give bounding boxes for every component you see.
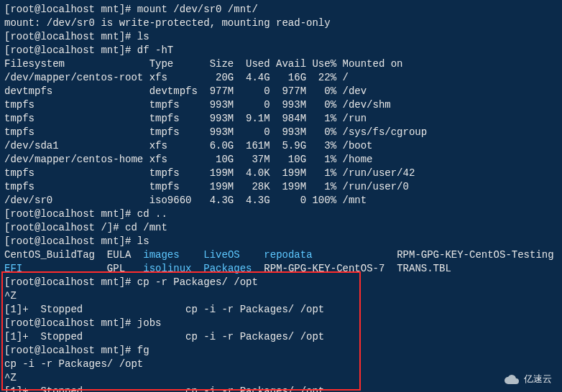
- term-line: [root@localhost mnt]# cp -r Packages/ /o…: [4, 276, 558, 289]
- term-line: [root@localhost mnt]# ls: [4, 235, 558, 248]
- term-line: [root@localhost mnt]# fg: [4, 344, 558, 358]
- df-row: tmpfs tmpfs 199M 28K 199M 1% /run/user/0: [4, 180, 558, 194]
- term-line: [root@localhost mnt]# jobs: [4, 317, 558, 330]
- term-line: [1]+ Stopped cp -i -r Packages/ /opt: [4, 330, 558, 344]
- cloud-icon: [504, 375, 520, 385]
- term-line: [root@localhost mnt]# mount /dev/sr0 /mn…: [4, 3, 558, 17]
- df-row: tmpfs tmpfs 993M 0 993M 0% /sys/fs/cgrou…: [4, 126, 558, 139]
- term-line: cp -i -r Packages/ /opt: [4, 358, 558, 371]
- dir-link: LiveOS: [203, 249, 239, 261]
- dir-link: EFI: [4, 263, 22, 274]
- dir-link: images: [143, 249, 179, 261]
- df-row: tmpfs tmpfs 993M 0 993M 0% /dev/shm: [4, 98, 558, 112]
- watermark: 亿速云: [504, 373, 552, 386]
- df-header: Filesystem Type Size Used Avail Use% Mou…: [4, 57, 558, 71]
- df-row: /dev/sr0 iso9660 4.3G 4.3G 0 100% /mnt: [4, 194, 558, 207]
- term-line: ^Z: [4, 371, 558, 385]
- df-row: tmpfs tmpfs 199M 4.0K 199M 1% /run/user/…: [4, 167, 558, 180]
- df-row: devtmpfs devtmpfs 977M 0 977M 0% /dev: [4, 85, 558, 98]
- terminal-output[interactable]: [root@localhost mnt]# mount /dev/sr0 /mn…: [4, 3, 558, 392]
- term-line: [1]+ Stopped cp -i -r Packages/ /opt: [4, 385, 558, 392]
- dir-link: isolinux: [143, 263, 191, 274]
- ls-row: CentOS_BuildTag EULA images LiveOS repod…: [4, 248, 558, 262]
- term-line: [root@localhost mnt]# cd ..: [4, 207, 558, 221]
- dir-link: Packages: [203, 263, 252, 274]
- term-line: [1]+ Stopped cp -i -r Packages/ /opt: [4, 303, 558, 317]
- df-row: /dev/mapper/centos-root xfs 20G 4.4G 16G…: [4, 71, 558, 85]
- df-row: /dev/mapper/centos-home xfs 10G 37M 10G …: [4, 153, 558, 167]
- term-line: [root@localhost /]# cd /mnt: [4, 221, 558, 235]
- term-line: [root@localhost mnt]# df -hT: [4, 44, 558, 57]
- df-row: tmpfs tmpfs 993M 9.1M 984M 1% /run: [4, 112, 558, 126]
- term-line: ^Z: [4, 289, 558, 303]
- dir-link: repodata: [264, 249, 312, 261]
- ls-row: EFI GPL isolinux Packages RPM-GPG-KEY-Ce…: [4, 262, 558, 276]
- df-row: /dev/sda1 xfs 6.0G 161M 5.9G 3% /boot: [4, 139, 558, 153]
- term-line: [root@localhost mnt]# ls: [4, 30, 558, 44]
- term-line: mount: /dev/sr0 is write-protected, moun…: [4, 17, 558, 30]
